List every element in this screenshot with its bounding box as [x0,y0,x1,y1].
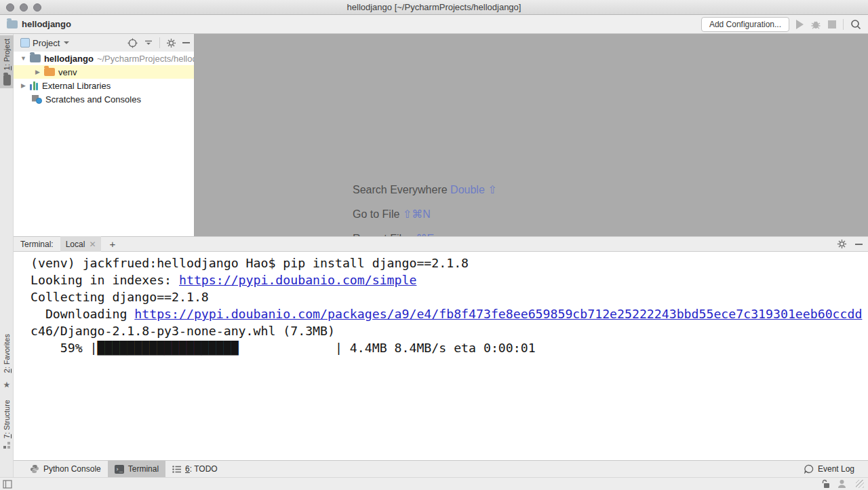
hint-search-everywhere: Search Everywhere Double ⇧ [353,183,497,196]
terminal-settings-gear-icon[interactable] [837,239,847,249]
todo-list-icon [172,466,181,473]
terminal-output[interactable]: (venv) jackfrued:hellodjango Hao$ pip in… [14,252,868,460]
sidebar-tab-favorites[interactable]: 2: Favorites ★ [0,331,14,392]
toolwindow-tab-python-console[interactable]: Python Console [23,461,108,478]
left-toolwindow-stripe: 1: Project 2: Favorites ★ 7: Structure [0,34,14,477]
project-folder-icon [7,20,18,29]
tree-scratches-label: Scratches and Consoles [45,94,141,105]
sidebar-tab-project[interactable]: 1: Project [0,35,14,88]
terminal-line: (venv) jackfrued:hellodjango Hao$ pip in… [31,255,868,271]
sidebar-tab-structure[interactable]: 7: Structure [0,396,14,452]
project-panel-header: Project [14,34,194,52]
hide-panel-icon[interactable] [182,42,190,43]
hint-recent-files: Recent Files ⌘E [353,232,434,236]
window-title: hellodjango [~/PycharmProjects/hellodjan… [0,2,868,12]
hint-go-to-file: Go to File ⇧⌘N [353,208,431,221]
structure-icon [3,442,11,449]
project-tree: ▼ hellodjango ~/PycharmProjects/hellod ▶… [14,52,194,236]
project-toolwindow-icon [3,75,11,86]
stop-icon[interactable] [828,20,836,29]
unlocked-padlock-icon[interactable] [822,479,831,489]
search-everywhere-icon[interactable] [850,19,861,30]
terminal-panel-label: Terminal: [20,240,54,249]
title-bar: hellodjango [~/PycharmProjects/hellodjan… [0,0,868,15]
terminal-panel-header: Terminal: Local ✕ + [14,236,868,252]
terminal-line: Looking in indexes: https://pypi.doubani… [31,271,868,288]
terminal-link[interactable]: https://pypi.doubanio.com/packages/a9/e4… [134,307,862,321]
run-icon[interactable] [796,20,804,29]
tree-row-root[interactable]: ▼ hellodjango ~/PycharmProjects/hellod [14,52,194,65]
chevron-collapsed-icon[interactable]: ▶ [35,69,41,75]
collapse-all-icon[interactable] [144,38,153,48]
project-view-title[interactable]: Project [33,38,60,48]
toolwindow-bar: Python Console ›_ Terminal 6: TODO [14,460,868,477]
terminal-line: Collecting django==2.1.8 [31,288,868,305]
breadcrumb[interactable]: hellodjango [7,19,71,29]
event-log-button[interactable]: Event Log [797,461,861,478]
terminal-line: c46/Django-2.1.8-py3-none-any.whl (7.3MB… [31,322,868,339]
debug-icon[interactable] [810,19,821,30]
terminal-tab-local[interactable]: Local ✕ [60,236,102,252]
terminal-progress-line: 59% |███████████████████ | 4.4MB 8.4MB/s… [31,339,868,356]
star-icon: ★ [3,381,11,389]
tree-venv-label: venv [58,67,77,77]
python-icon [30,464,39,474]
tree-external-libraries-label: External Libraries [42,81,111,91]
editor-area[interactable]: Search Everywhere Double ⇧ Go to File ⇧⌘… [195,34,868,236]
pycharm-window: hellodjango [~/PycharmProjects/hellodjan… [0,0,868,490]
tree-row-scratches[interactable]: Scratches and Consoles [14,92,194,106]
gear-icon[interactable] [166,38,176,48]
toolwindow-tab-todo[interactable]: 6: TODO [165,461,224,478]
status-bar [0,477,868,490]
hide-terminal-icon[interactable] [855,244,863,245]
chevron-collapsed-icon[interactable]: ▶ [20,82,26,89]
terminal-link[interactable]: https://pypi.doubanio.com/simple [179,273,416,287]
folder-icon [30,54,41,62]
event-log-bubble-icon [804,464,814,474]
tree-root-label: hellodjango [44,54,94,64]
main-toolbar: hellodjango Add Configuration... [0,15,868,34]
libraries-icon [30,81,39,90]
toolwindow-tab-terminal[interactable]: ›_ Terminal [108,461,165,478]
tree-row-external-libraries[interactable]: ▶ External Libraries [14,79,194,92]
terminal-icon: ›_ [115,465,124,474]
tree-row-venv[interactable]: ▶ venv [14,65,194,79]
add-configuration-button[interactable]: Add Configuration... [701,17,789,32]
chevron-expanded-icon[interactable]: ▼ [20,55,26,62]
tree-root-path: ~/PycharmProjects/hellod [97,54,195,64]
project-view-icon [20,38,30,48]
terminal-line: Downloading https://pypi.doubanio.com/pa… [31,305,868,322]
breadcrumb-project-name: hellodjango [22,19,71,29]
new-terminal-session-icon[interactable]: + [109,238,115,250]
user-profile-icon[interactable] [837,479,846,489]
locate-icon[interactable] [127,38,138,48]
toolwindow-toggle-icon[interactable] [3,480,12,489]
scratches-icon [32,95,42,104]
venv-folder-icon [44,68,55,76]
close-tab-icon[interactable]: ✕ [89,240,96,249]
chevron-down-icon[interactable] [64,41,69,44]
project-panel: Project [14,34,195,236]
toolbar-separator [843,19,844,30]
resize-grip[interactable] [856,480,864,488]
